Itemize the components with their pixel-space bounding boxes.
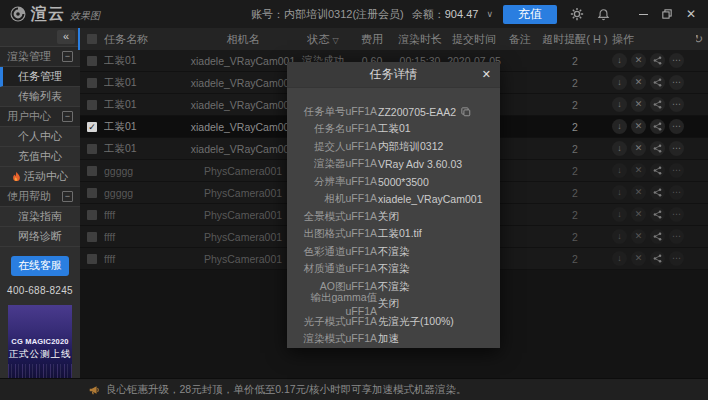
share-icon[interactable]	[650, 75, 665, 90]
row-checkbox[interactable]: ✓	[87, 78, 97, 88]
cell-task-name: ffff	[104, 253, 190, 265]
status-filter-icon[interactable]: ▽	[332, 36, 338, 45]
download-icon[interactable]: ↓	[612, 229, 627, 244]
share-icon[interactable]	[650, 53, 665, 68]
cancel-task-icon[interactable]: ✕	[631, 75, 646, 90]
sidebar-nav-entry[interactable]: 个人中心 −	[0, 127, 80, 147]
more-actions-icon[interactable]: ⋯	[669, 97, 684, 112]
account-dropdown-chevron-icon[interactable]: ∨	[486, 9, 493, 19]
share-icon[interactable]	[650, 185, 665, 200]
sidebar-nav-label: 使用帮助	[7, 189, 51, 204]
download-icon[interactable]: ↓	[612, 141, 627, 156]
cell-timeout: 2	[538, 143, 612, 155]
sidebar-nav-entry[interactable]: 用户中心 −	[0, 107, 80, 127]
notification-bell-icon[interactable]	[597, 8, 610, 21]
copy-icon[interactable]	[461, 107, 471, 117]
cell-camera-name: PhysCamera001	[190, 231, 296, 243]
row-checkbox[interactable]: ✓	[87, 122, 97, 132]
row-checkbox[interactable]: ✓	[87, 100, 97, 110]
sidebar-nav-entry[interactable]: 渲染管理 −	[0, 47, 80, 67]
download-icon[interactable]: ↓	[612, 163, 627, 178]
more-actions-icon[interactable]: ⋯	[669, 185, 684, 200]
more-actions-icon[interactable]: ⋯	[669, 119, 684, 134]
more-actions-icon[interactable]: ⋯	[669, 207, 684, 222]
row-checkbox[interactable]: ✓	[87, 232, 97, 242]
sidebar-nav-entry[interactable]: 充值中心 −	[0, 147, 80, 167]
row-checkbox[interactable]: ✓	[87, 188, 97, 198]
more-actions-icon[interactable]: ⋯	[669, 229, 684, 244]
cancel-task-icon[interactable]: ✕	[631, 53, 646, 68]
row-checkbox[interactable]: ✓	[87, 254, 97, 264]
cell-timeout: 2	[538, 253, 612, 265]
more-actions-icon[interactable]: ⋯	[669, 75, 684, 90]
cancel-task-icon[interactable]: ✕	[631, 207, 646, 222]
sidebar-nav: 渲染管理 − 任务管理 −	[0, 47, 80, 247]
settings-gear-icon[interactable]	[570, 7, 584, 21]
row-checkbox[interactable]: ✓	[87, 144, 97, 154]
sidebar-nav-entry[interactable]: 网络诊断 −	[0, 227, 80, 247]
section-collapse-toggle-icon[interactable]: −	[62, 51, 73, 62]
sidebar-nav-entry[interactable]: 渲染指南 −	[0, 207, 80, 227]
cancel-task-icon[interactable]: ✕	[631, 163, 646, 178]
sidebar-nav-label: 用户中心	[7, 109, 51, 124]
sidebar-nav-entry[interactable]: 传输列表 −	[0, 87, 80, 107]
share-icon[interactable]	[650, 141, 665, 156]
share-icon[interactable]	[650, 97, 665, 112]
section-collapse-toggle-icon[interactable]: −	[62, 111, 73, 122]
modal-field: 渲染模式 加速	[287, 331, 500, 349]
sidebar-nav-entry[interactable]: 使用帮助 −	[0, 187, 80, 207]
cancel-task-icon[interactable]: ✕	[631, 251, 646, 266]
sidebar-nav-entry[interactable]: 任务管理 −	[0, 67, 80, 87]
cancel-task-icon[interactable]: ✕	[631, 119, 646, 134]
promo-banner[interactable]: CG MAGIC2020 正式公测上线	[8, 305, 72, 378]
share-icon[interactable]	[650, 229, 665, 244]
modal-field-label: 任务单号	[287, 105, 377, 119]
more-actions-icon[interactable]: ⋯	[669, 141, 684, 156]
sidebar-collapse-icon[interactable]: «	[57, 30, 75, 44]
modal-field-label: 提交人	[287, 140, 377, 154]
cell-timeout: 2	[538, 165, 612, 177]
minimize-button[interactable]	[634, 5, 652, 23]
modal-body: 任务单号 ZZ200705-EAA2 任务名 工装01	[287, 88, 500, 348]
row-checkbox[interactable]: ✓	[87, 166, 97, 176]
download-icon[interactable]: ↓	[612, 185, 627, 200]
download-icon[interactable]: ↓	[612, 53, 627, 68]
more-actions-icon[interactable]: ⋯	[669, 53, 684, 68]
sidebar-nav-entry[interactable]: 活动中心 −	[0, 167, 80, 187]
cell-camera-name: xiadele_VRayCam001	[190, 99, 296, 111]
recharge-button[interactable]: 充值	[503, 5, 557, 24]
more-actions-icon[interactable]: ⋯	[669, 251, 684, 266]
row-checkbox[interactable]: ✓	[87, 56, 97, 66]
row-checkbox[interactable]: ✓	[87, 210, 97, 220]
download-icon[interactable]: ↓	[612, 75, 627, 90]
modal-field-value: 关闭	[378, 297, 399, 311]
download-icon[interactable]: ↓	[612, 97, 627, 112]
cancel-task-icon[interactable]: ✕	[631, 97, 646, 112]
refresh-icon[interactable]: ↻	[696, 32, 703, 46]
download-icon[interactable]: ↓	[612, 251, 627, 266]
download-icon[interactable]: ↓	[612, 119, 627, 134]
sidebar-accent-divider	[78, 28, 80, 50]
modal-field: 提交人 内部培训0312	[287, 138, 500, 156]
sidebar-nav-label: 充值中心	[18, 149, 62, 164]
close-window-button[interactable]: ✕	[682, 5, 700, 23]
select-all-checkbox[interactable]	[87, 34, 97, 44]
online-service-button[interactable]: 在线客服	[11, 256, 69, 276]
restore-button[interactable]	[658, 5, 676, 23]
cancel-task-icon[interactable]: ✕	[631, 229, 646, 244]
app-logo: 渲云 效果图	[10, 4, 100, 25]
modal-field-label: 材质通道	[287, 262, 377, 276]
section-collapse-toggle-icon[interactable]: −	[62, 191, 73, 202]
download-icon[interactable]: ↓	[612, 207, 627, 222]
modal-field: 输出gamma值 关闭	[287, 296, 500, 314]
sidebar-nav-label: 活动中心	[24, 169, 68, 184]
more-actions-icon[interactable]: ⋯	[669, 163, 684, 178]
modal-close-icon[interactable]: ✕	[482, 68, 491, 81]
share-icon[interactable]	[650, 207, 665, 222]
share-icon[interactable]	[650, 163, 665, 178]
share-icon[interactable]	[650, 251, 665, 266]
cancel-task-icon[interactable]: ✕	[631, 141, 646, 156]
flame-icon	[12, 171, 21, 182]
cancel-task-icon[interactable]: ✕	[631, 185, 646, 200]
share-icon[interactable]	[650, 119, 665, 134]
